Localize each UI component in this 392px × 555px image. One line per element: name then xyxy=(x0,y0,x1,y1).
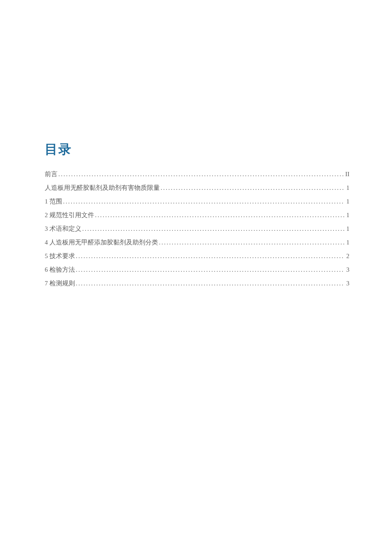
toc-entry: 3 术语和定义 1 xyxy=(45,225,349,233)
toc-entry-label: 前言 xyxy=(45,170,58,178)
toc-entry-label: 7 检测规则 xyxy=(45,279,75,288)
toc-entry: 6 检验方法 3 xyxy=(45,266,349,274)
toc-entry: 4 人造板用无甲醛添加胶黏剂及助剂分类 1 xyxy=(45,238,349,247)
toc-dot-leader xyxy=(95,212,345,219)
toc-dot-leader xyxy=(161,185,345,192)
toc-title: 目录 xyxy=(45,141,349,158)
toc-dot-leader xyxy=(76,280,345,287)
toc-entry: 前言 II xyxy=(45,170,349,178)
toc-dot-leader xyxy=(76,267,345,273)
toc-entry: 2 规范性引用文件 1 xyxy=(45,211,349,219)
toc-entry-page: 1 xyxy=(346,239,349,246)
toc-dot-leader xyxy=(63,198,345,205)
toc-entry: 7 检测规则 3 xyxy=(45,279,349,288)
toc-entry-label: 2 规范性引用文件 xyxy=(45,211,94,219)
toc-entry-label: 3 术语和定义 xyxy=(45,225,81,233)
toc-entry-page: 1 xyxy=(346,184,349,192)
toc-entry-page: 1 xyxy=(346,225,349,232)
toc-dot-leader xyxy=(159,239,345,246)
toc-entry: 5 技术要求 2 xyxy=(45,252,349,260)
toc-entry-page: 3 xyxy=(346,266,349,273)
toc-entry-label: 4 人造板用无甲醛添加胶黏剂及助剂分类 xyxy=(45,238,158,247)
page-content: 目录 前言 II 人造板用无醛胶黏剂及助剂有害物质限量 1 1 范围 1 2 规… xyxy=(0,0,392,288)
toc-entry-label: 人造板用无醛胶黏剂及助剂有害物质限量 xyxy=(45,184,160,192)
toc-dot-leader xyxy=(76,253,345,260)
toc-entry-page: 1 xyxy=(346,198,349,205)
toc-entry-page: II xyxy=(344,171,349,178)
toc-entry-page: 1 xyxy=(346,212,349,219)
toc-dot-leader xyxy=(58,171,343,178)
toc-entry-label: 5 技术要求 xyxy=(45,252,75,260)
toc-entry: 人造板用无醛胶黏剂及助剂有害物质限量 1 xyxy=(45,184,349,192)
toc-entry-label: 6 检验方法 xyxy=(45,266,75,274)
toc-entry-label: 1 范围 xyxy=(45,198,62,206)
toc-entry-page: 3 xyxy=(346,280,349,287)
toc-dot-leader xyxy=(82,226,345,232)
toc-entry: 1 范围 1 xyxy=(45,198,349,206)
toc-entry-page: 2 xyxy=(346,253,349,260)
